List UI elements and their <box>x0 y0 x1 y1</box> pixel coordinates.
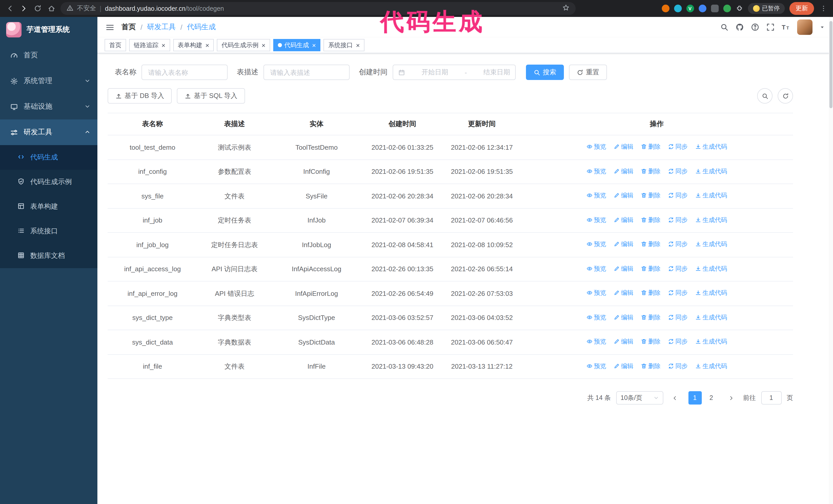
action-edit[interactable]: 编辑 <box>613 337 633 346</box>
action-generate[interactable]: 生成代码 <box>695 142 727 151</box>
date-range-picker[interactable]: 开始日期 - 结束日期 <box>392 65 516 80</box>
action-edit[interactable]: 编辑 <box>613 239 633 249</box>
action-delete[interactable]: 删除 <box>641 191 661 200</box>
action-preview[interactable]: 预览 <box>586 337 606 346</box>
extension-fox-icon[interactable] <box>662 5 669 12</box>
action-delete[interactable]: 删除 <box>641 337 661 346</box>
sidebar-item-form-builder[interactable]: 表单构建 <box>0 194 97 219</box>
extension-v-icon[interactable]: V <box>686 5 694 12</box>
action-edit[interactable]: 编辑 <box>613 288 633 297</box>
action-delete[interactable]: 删除 <box>641 264 661 273</box>
action-sync[interactable]: 同步 <box>668 239 688 249</box>
github-icon[interactable] <box>736 23 744 31</box>
action-preview[interactable]: 预览 <box>586 264 606 273</box>
sidebar-item-home[interactable]: 首页 <box>0 43 97 68</box>
tab-system-api[interactable]: 系统接口× <box>324 39 364 51</box>
sidebar-item-db-doc[interactable]: 数据库文档 <box>0 243 97 268</box>
close-icon[interactable]: × <box>312 42 316 48</box>
tab-codegen[interactable]: 代码生成× <box>273 39 320 51</box>
action-preview[interactable]: 预览 <box>586 288 606 297</box>
action-sync[interactable]: 同步 <box>668 312 688 322</box>
goto-page-input[interactable] <box>761 391 782 405</box>
reload-icon[interactable] <box>33 4 42 13</box>
action-sync[interactable]: 同步 <box>668 191 688 200</box>
tab-tracing[interactable]: 链路追踪× <box>129 39 170 51</box>
update-button[interactable]: 更新 <box>789 2 814 15</box>
puzzle-icon[interactable] <box>735 5 743 12</box>
import-db-button[interactable]: 基于 DB 导入 <box>108 88 172 103</box>
app-logo[interactable]: 芋道管理系统 <box>0 17 97 43</box>
action-preview[interactable]: 预览 <box>586 166 606 175</box>
close-icon[interactable]: × <box>205 42 209 48</box>
action-edit[interactable]: 编辑 <box>613 142 633 151</box>
search-button[interactable]: 搜索 <box>526 65 564 80</box>
action-sync[interactable]: 同步 <box>668 337 688 346</box>
close-icon[interactable]: × <box>261 42 265 48</box>
tab-codegen-example[interactable]: 代码生成示例× <box>217 39 270 51</box>
action-preview[interactable]: 预览 <box>586 142 606 151</box>
home-icon[interactable] <box>47 4 56 13</box>
action-generate[interactable]: 生成代码 <box>695 312 727 322</box>
forward-icon[interactable] <box>19 4 28 13</box>
sidebar-item-system-api[interactable]: 系统接口 <box>0 219 97 243</box>
action-edit[interactable]: 编辑 <box>613 264 633 273</box>
caret-down-icon[interactable] <box>820 25 825 30</box>
paused-badge[interactable]: 已暂停 <box>748 3 785 14</box>
refresh-table-button[interactable] <box>778 88 793 103</box>
extension-drop-icon[interactable] <box>674 5 682 12</box>
action-generate[interactable]: 生成代码 <box>695 264 727 273</box>
kebab-menu-icon[interactable] <box>819 4 828 13</box>
sidebar-item-infra[interactable]: 基础设施 <box>0 94 97 119</box>
sidebar-item-codegen[interactable]: 代码生成 <box>0 145 97 170</box>
action-generate[interactable]: 生成代码 <box>695 191 727 200</box>
back-icon[interactable] <box>5 4 14 13</box>
action-sync[interactable]: 同步 <box>668 288 688 297</box>
action-generate[interactable]: 生成代码 <box>695 215 727 224</box>
action-preview[interactable]: 预览 <box>586 215 606 224</box>
page-size-select[interactable]: 10条/页 <box>616 391 663 405</box>
action-edit[interactable]: 编辑 <box>613 215 633 224</box>
search-icon[interactable] <box>720 23 729 31</box>
font-size-icon[interactable]: TT <box>782 23 790 31</box>
close-icon[interactable]: × <box>162 42 165 48</box>
action-delete[interactable]: 删除 <box>641 288 661 297</box>
action-edit[interactable]: 编辑 <box>613 166 633 175</box>
action-generate[interactable]: 生成代码 <box>695 337 727 346</box>
action-sync[interactable]: 同步 <box>668 215 688 224</box>
table-desc-input[interactable] <box>263 65 350 80</box>
action-generate[interactable]: 生成代码 <box>695 288 727 297</box>
page-button-1[interactable]: 1 <box>688 391 701 405</box>
action-sync[interactable]: 同步 <box>668 142 688 151</box>
extension-leaf-icon[interactable] <box>723 5 731 12</box>
action-generate[interactable]: 生成代码 <box>695 239 727 249</box>
help-icon[interactable] <box>751 23 759 31</box>
tab-home[interactable]: 首页 <box>104 39 126 51</box>
action-generate[interactable]: 生成代码 <box>695 166 727 175</box>
sidebar-item-codegen-example[interactable]: 代码生成示例 <box>0 170 97 194</box>
action-preview[interactable]: 预览 <box>586 191 606 200</box>
action-delete[interactable]: 删除 <box>641 361 661 370</box>
action-delete[interactable]: 删除 <box>641 142 661 151</box>
extension-people-icon[interactable] <box>698 5 706 12</box>
action-sync[interactable]: 同步 <box>668 361 688 370</box>
scrollbar-thumb[interactable] <box>829 21 832 108</box>
scrollbar-track[interactable] <box>829 17 833 504</box>
action-delete[interactable]: 删除 <box>641 215 661 224</box>
action-edit[interactable]: 编辑 <box>613 312 633 322</box>
fullscreen-icon[interactable] <box>766 23 775 31</box>
action-delete[interactable]: 删除 <box>641 166 661 175</box>
action-preview[interactable]: 预览 <box>586 361 606 370</box>
hamburger-icon[interactable] <box>105 23 114 31</box>
page-button-2[interactable]: 2 <box>705 391 718 405</box>
action-preview[interactable]: 预览 <box>586 239 606 249</box>
bookmark-star-icon[interactable] <box>562 4 570 13</box>
close-icon[interactable]: × <box>356 42 360 48</box>
prev-page-button[interactable] <box>668 391 682 405</box>
import-sql-button[interactable]: 基于 SQL 导入 <box>177 88 245 103</box>
table-name-input[interactable] <box>142 65 228 80</box>
action-generate[interactable]: 生成代码 <box>695 361 727 370</box>
address-bar[interactable]: 不安全 | dashboard.yudao.iocoder.cn/tool/co… <box>61 2 576 15</box>
breadcrumb-item[interactable]: 研发工具 <box>147 23 176 32</box>
action-edit[interactable]: 编辑 <box>613 361 633 370</box>
action-sync[interactable]: 同步 <box>668 166 688 175</box>
